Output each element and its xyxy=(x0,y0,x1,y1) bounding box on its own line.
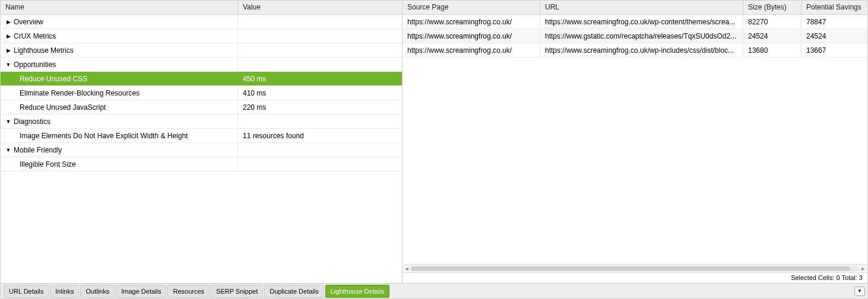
data-header-source-page[interactable]: Source Page xyxy=(403,1,540,14)
tree-item-value: 11 resources found xyxy=(238,129,402,142)
tree-item-label: Illegible Font Size xyxy=(5,160,76,168)
tree-item-label: Eliminate Render-Blocking Resources xyxy=(5,89,140,97)
tab-image-details[interactable]: Image Details xyxy=(116,285,166,298)
data-header-url[interactable]: URL xyxy=(540,1,743,14)
disclosure-closed-icon[interactable]: ▶ xyxy=(5,47,11,53)
disclosure-open-icon[interactable]: ▼ xyxy=(5,119,11,125)
cell-url: https://www.screamingfrog.co.uk/wp-inclu… xyxy=(540,43,743,57)
tab-inlinks[interactable]: Inlinks xyxy=(50,285,79,298)
tree-group[interactable]: ▶Overview xyxy=(1,15,402,29)
tree-item[interactable]: Illegible Font Size xyxy=(1,157,402,171)
tree-item[interactable]: Reduce Unused JavaScript220 ms xyxy=(1,100,402,114)
tree-item-label: Image Elements Do Not Have Explicit Widt… xyxy=(5,132,188,140)
tree-item-value xyxy=(238,58,402,71)
tree-group-label: CrUX Metrics xyxy=(14,32,56,40)
data-header-size[interactable]: Size (Bytes) xyxy=(743,1,802,14)
tree-header-value[interactable]: Value xyxy=(238,1,402,14)
cell-source-page: https://www.screamingfrog.co.uk/ xyxy=(403,43,540,57)
chevron-down-icon: ▼ xyxy=(857,288,862,294)
tab-resources[interactable]: Resources xyxy=(167,285,210,298)
tree-item-label: Reduce Unused CSS xyxy=(5,75,87,83)
tree-group-label: Opportunities xyxy=(14,61,56,69)
tree-item-value xyxy=(238,43,402,57)
tab-serp-snippet[interactable]: SERP Snippet xyxy=(211,285,263,298)
cell-size: 82270 xyxy=(743,15,802,28)
cell-url: https://www.screamingfrog.co.uk/wp-conte… xyxy=(540,15,743,28)
tab-lighthouse-details[interactable]: Lighthouse Details xyxy=(325,285,390,298)
tree-group-label: Mobile Friendly xyxy=(14,146,62,154)
table-row[interactable]: https://www.screamingfrog.co.uk/https://… xyxy=(403,29,867,43)
main-split: Name Value ▶Overview▶CrUX Metrics▶Lighth… xyxy=(1,1,867,283)
tree-group[interactable]: ▶CrUX Metrics xyxy=(1,29,402,43)
tab-strip: URL DetailsInlinksOutlinksImage DetailsR… xyxy=(1,283,867,298)
tree-group-label: Diagnostics xyxy=(14,117,50,126)
data-body[interactable]: https://www.screamingfrog.co.uk/https://… xyxy=(403,15,867,264)
disclosure-open-icon[interactable]: ▼ xyxy=(5,62,11,68)
tree-group[interactable]: ▶Lighthouse Metrics xyxy=(1,43,402,58)
tree-group[interactable]: ▼Opportunities xyxy=(1,58,402,72)
tree-item-label: Reduce Unused JavaScript xyxy=(5,103,106,112)
disclosure-closed-icon[interactable]: ▶ xyxy=(5,19,11,25)
tab-url-details[interactable]: URL Details xyxy=(4,285,49,298)
tab-duplicate-details[interactable]: Duplicate Details xyxy=(264,285,324,298)
tree-group-label: Lighthouse Metrics xyxy=(14,46,74,55)
data-header-potential[interactable]: Potential Savings xyxy=(802,1,867,14)
cell-source-page: https://www.screamingfrog.co.uk/ xyxy=(403,15,540,28)
tree-item[interactable]: Reduce Unused CSS450 ms xyxy=(1,72,402,86)
tree-item[interactable]: Eliminate Render-Blocking Resources410 m… xyxy=(1,86,402,100)
tree-body[interactable]: ▶Overview▶CrUX Metrics▶Lighthouse Metric… xyxy=(1,15,402,283)
tree-item-value: 220 ms xyxy=(238,100,402,114)
cell-url: https://www.gstatic.com/recaptcha/releas… xyxy=(540,29,743,43)
tree-panel: Name Value ▶Overview▶CrUX Metrics▶Lighth… xyxy=(1,1,403,283)
tree-item-value xyxy=(238,143,402,157)
tree-item[interactable]: Image Elements Do Not Have Explicit Widt… xyxy=(1,129,402,143)
tree-item-value xyxy=(238,157,402,171)
disclosure-closed-icon[interactable]: ▶ xyxy=(5,33,11,39)
scroll-thumb[interactable] xyxy=(411,266,850,271)
cell-size: 24524 xyxy=(743,29,802,43)
cell-source-page: https://www.screamingfrog.co.uk/ xyxy=(403,29,540,43)
disclosure-open-icon[interactable]: ▼ xyxy=(5,147,11,153)
table-row[interactable]: https://www.screamingfrog.co.uk/https://… xyxy=(403,43,867,58)
tree-item-value: 410 ms xyxy=(238,86,402,100)
cell-size: 13680 xyxy=(743,43,802,57)
status-bar: Selected Cells: 0 Total: 3 xyxy=(403,272,867,283)
cell-potential: 13667 xyxy=(802,43,867,57)
scroll-right-icon[interactable]: ► xyxy=(860,266,866,272)
tab-outlinks[interactable]: Outlinks xyxy=(80,285,115,298)
cell-potential: 78847 xyxy=(802,15,867,28)
table-row[interactable]: https://www.screamingfrog.co.uk/https://… xyxy=(403,15,867,29)
data-panel: Source Page URL Size (Bytes) Potential S… xyxy=(403,1,867,283)
tab-overflow-button[interactable]: ▼ xyxy=(854,287,865,296)
tree-item-value: 450 ms xyxy=(238,72,402,85)
tree-item-value xyxy=(238,114,402,128)
tree-group-label: Overview xyxy=(14,18,43,26)
scroll-left-icon[interactable]: ◄ xyxy=(404,266,410,272)
tree-item-value xyxy=(238,15,402,28)
tree-header-row: Name Value xyxy=(1,1,402,15)
cell-potential: 24524 xyxy=(802,29,867,43)
horizontal-scrollbar[interactable]: ◄ ► xyxy=(403,264,867,272)
tree-item-value xyxy=(238,29,402,43)
data-header-row: Source Page URL Size (Bytes) Potential S… xyxy=(403,1,867,15)
scroll-track[interactable] xyxy=(411,266,859,271)
tree-group[interactable]: ▼Diagnostics xyxy=(1,114,402,129)
tree-group[interactable]: ▼Mobile Friendly xyxy=(1,143,402,157)
tree-header-name[interactable]: Name xyxy=(1,1,238,14)
